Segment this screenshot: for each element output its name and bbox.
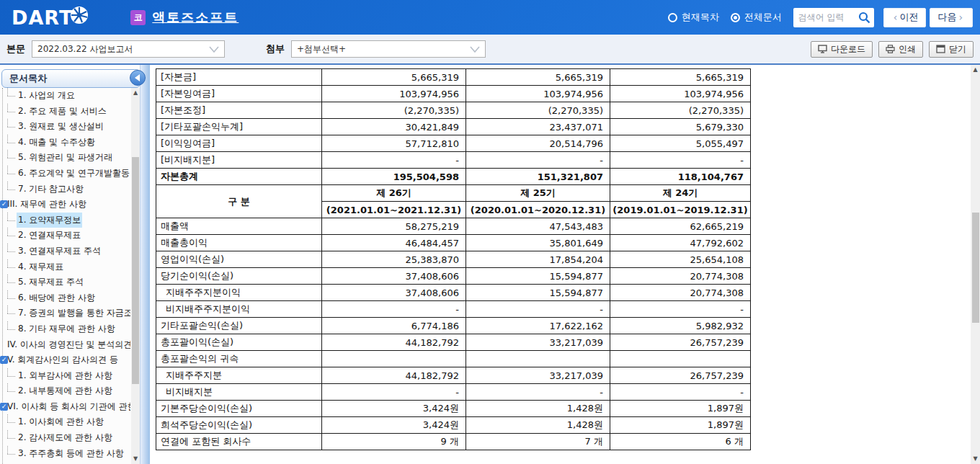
value-cell: 20,514,796 [466,135,610,152]
sidebar-item[interactable]: 3. 주주총회 등에 관한 사항 [0,446,130,462]
sidebar-item[interactable]: 2. 내부통제에 관한 사항 [0,383,130,399]
sidebar-item[interactable]: 3. 연결재무제표 주석 [0,244,130,259]
table-row: 총포괄이익(손실)44,182,79233,217,03926,757,239 [156,334,751,351]
document-content: [자본금]5,665,3195,665,3195,665,319[자본잉여금]1… [150,65,980,464]
sidebar-item-label: V. 회계감사인의 감사의견 등 [6,352,120,368]
collapse-arrow-icon [135,74,141,81]
sidebar-item-label: 1. 요약재무정보 [17,213,82,228]
company-name-link[interactable]: 액토즈소프트 [152,9,239,26]
value-cell: 151,321,807 [466,169,610,185]
row-label-cell: [자본조정] [156,102,322,119]
scroll-up-icon[interactable]: ▲ [971,65,980,75]
value-cell: 35,801,649 [466,235,610,251]
sidebar-item[interactable]: 5. 위험관리 및 파생거래 [0,150,130,166]
sidebar-item[interactable]: 4. 재무제표 [0,259,130,275]
sidebar-item-label: 2. 주요 제품 및 서비스 [17,104,108,120]
sidebar-item-label: 6. 주요계약 및 연구개발활동 [17,166,130,182]
dart-logo-text: DART [12,8,73,27]
sidebar-item-label: 2. 내부통제에 관한 사항 [17,383,114,399]
sidebar-item[interactable]: 8. 기타 재무에 관한 사항 [0,321,130,337]
sidebar-item-label: 4. 재무제표 [17,259,65,275]
category-header-cell: 구 분 [156,185,322,218]
radio-whole-document-circle[interactable] [731,13,740,22]
close-button[interactable]: 닫기 [929,41,974,58]
sidebar-item[interactable]: 5. 재무제표 주석 [0,275,130,290]
value-cell: 30,421,849 [322,119,466,135]
sidebar-item[interactable]: 6. 주요계약 및 연구개발활동 [0,166,130,182]
sidebar-item[interactable]: 7. 기타 참고사항 [0,182,130,197]
sidebar-item[interactable]: 4. 매출 및 수주상황 [0,135,130,151]
value-cell: - [610,152,751,169]
table-row: 매출액58,275,21947,543,48362,665,219 [156,218,751,235]
period-name-cell: 제 24기 [610,185,751,202]
row-label-cell: 영업이익(손실) [156,251,322,268]
table-row: [비지배지분]--- [156,152,751,169]
sidebar-item[interactable]: ✓V. 회계감사인의 감사의견 등 [0,352,130,368]
radio-current-toc[interactable]: 현재목차 [668,11,719,24]
attachment-select[interactable]: +첨부선택+ [291,40,486,58]
value-cell: 46,484,457 [322,235,466,251]
radio-current-toc-circle[interactable] [668,13,677,22]
search-icon[interactable] [858,12,870,24]
section-toggle-icon[interactable]: ✓ [0,200,8,208]
period-name-cell: 제 26기 [322,185,466,202]
sidebar-collapse-button[interactable] [130,70,146,86]
sidebar-item[interactable]: ✓VI. 이사회 등 회사의 기관에 관한 사항 [0,399,130,415]
dart-logo[interactable]: DART [12,8,90,27]
sidebar-item[interactable]: IV. 이사의 경영진단 및 분석의견 [0,337,130,353]
sidebar-item[interactable]: 1. 요약재무정보 [0,213,130,228]
row-label-cell: 연결에 포함된 회사수 [156,434,322,450]
sidebar-scrollbar-thumb[interactable] [132,157,139,384]
sidebar-item[interactable]: 7. 증권의 발행을 통한 자금조달 [0,305,130,321]
sidebar-splitter[interactable] [140,65,150,464]
value-cell: 6,774,186 [322,318,466,334]
content-scrollbar[interactable]: ▲ ▼ [971,65,980,464]
scroll-down-icon[interactable]: ▼ [971,454,980,464]
value-cell: 1,897원 [610,401,751,417]
prev-button-label: 이전 [899,11,918,24]
main-body: 문서목차 1. 사업의 개요2. 주요 제품 및 서비스3. 원재료 및 생산설… [0,65,980,464]
section-toggle-icon[interactable]: ✓ [0,403,8,411]
sidebar-item[interactable]: VII. 주주에 관한 사항 [0,461,130,464]
sidebar-item-label: 3. 연결재무제표 주석 [17,244,102,259]
section-toggle-icon[interactable]: ✓ [0,356,8,364]
document-select[interactable]: 2022.03.22 사업보고서 [32,40,225,58]
attachment-select-value: +첨부선택+ [297,43,346,55]
sidebar-item[interactable]: 1. 외부감사에 관한 사항 [0,368,130,384]
table-row: [이익잉여금]57,712,81020,514,7965,055,497 [156,135,751,152]
sidebar-item[interactable]: 2. 연결재무제표 [0,228,130,244]
sidebar-item[interactable]: 1. 이사회에 관한 사항 [0,414,130,430]
sidebar-item-label: 3. 주주총회 등에 관한 사항 [17,446,125,462]
sidebar-item-label: VI. 이사회 등 회사의 기관에 관한 사항 [6,399,130,415]
prev-button[interactable]: ‹ 이전 [883,8,927,27]
sidebar-item[interactable]: 2. 주요 제품 및 서비스 [0,104,130,120]
period-range-cell: (2020.01.01~2020.12.31) [466,202,610,218]
download-button[interactable]: 다운로드 [811,41,873,58]
chevron-down-icon [209,46,219,53]
search-input[interactable] [798,9,859,27]
value-cell: 17,622,162 [466,318,610,334]
radio-whole-document[interactable]: 전체문서 [731,11,782,24]
next-button[interactable]: 다음 › [930,8,973,27]
table-row: 비지배지분--- [156,384,751,401]
table-row: 연결에 포함된 회사수9 개7 개6 개 [156,434,751,450]
sidebar-item[interactable]: 3. 원재료 및 생산설비 [0,119,130,135]
print-button-label: 인쇄 [899,43,916,55]
scroll-up-icon[interactable]: ▲ [131,88,140,98]
value-cell: 5,055,497 [610,135,751,152]
sidebar-item[interactable]: 6. 배당에 관한 사항 [0,290,130,306]
sidebar-item[interactable]: 2. 감사제도에 관한 사항 [0,430,130,446]
value-cell: 5,665,319 [322,69,466,86]
sidebar-item-label: 2. 감사제도에 관한 사항 [17,430,114,446]
sidebar-item[interactable]: 1. 사업의 개요 [0,88,130,104]
row-label-cell: 지배주주지분 [156,367,322,384]
scroll-down-icon[interactable]: ▼ [131,454,140,464]
print-button[interactable]: 인쇄 [878,41,923,58]
content-scrollbar-thumb[interactable] [972,213,979,323]
row-label-cell: 총포괄손익의 귀속 [156,351,322,367]
row-label-cell: [비지배지분] [156,152,322,169]
sidebar-item[interactable]: ✓III. 재무에 관한 사항 [0,197,130,213]
value-cell: 37,408,606 [322,268,466,285]
sidebar-scrollbar[interactable]: ▲ ▼ [131,88,140,464]
row-label-cell: 매출총이익 [156,235,322,251]
